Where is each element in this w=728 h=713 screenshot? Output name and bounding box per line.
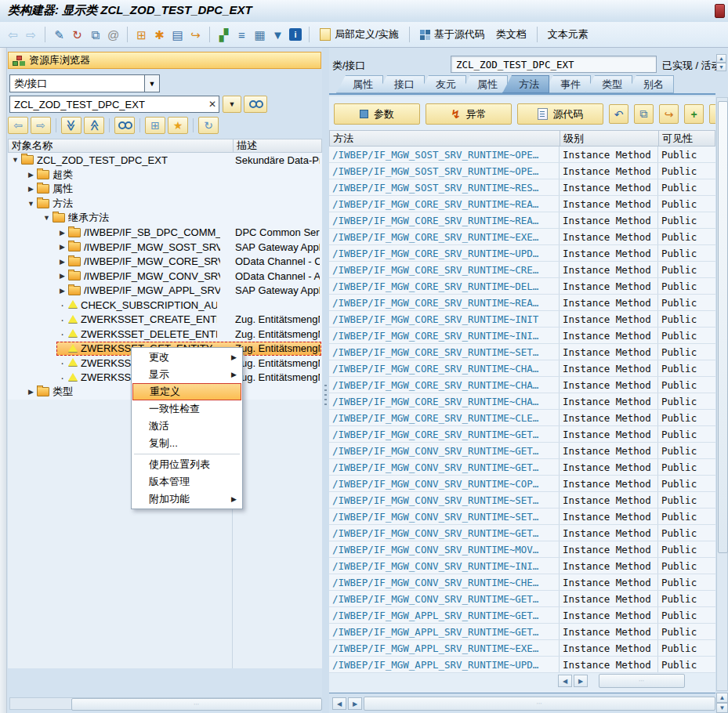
chevron-down-icon[interactable]: ▼ xyxy=(144,75,159,92)
menu-item-重定义[interactable]: 重定义 xyxy=(132,383,241,400)
table-row[interactable]: /IWBEP/IF_MGW_CONV_SRV_RUNTIME~GET…Insta… xyxy=(329,591,715,607)
category-select[interactable]: 类/接口 ▼ xyxy=(9,74,160,92)
move-row-button[interactable]: ↪ xyxy=(659,104,679,124)
table-row[interactable]: /IWBEP/IF_MGW_SOST_SRV_RUNTIME~OPE…Insta… xyxy=(329,147,715,163)
table-row[interactable]: /IWBEP/IF_MGW_CORE_SRV_RUNTIME~GET…Insta… xyxy=(329,426,715,443)
expand-icon[interactable]: ▶ xyxy=(57,258,67,266)
table-row[interactable]: /IWBEP/IF_MGW_CONV_SRV_RUNTIME~GET…Insta… xyxy=(329,525,715,541)
refresh-object-icon[interactable]: ↻ xyxy=(69,27,85,43)
delete-row-button[interactable]: − xyxy=(709,104,715,124)
menu-item-使用位置列表[interactable]: 使用位置列表 xyxy=(132,456,242,473)
panel-splitter[interactable] xyxy=(322,48,329,713)
copy-row-button[interactable]: ⧉ xyxy=(634,104,654,124)
pretty-printer-icon[interactable]: ▤ xyxy=(169,27,186,43)
menu-item-显示[interactable]: 显示▶ xyxy=(132,366,242,383)
tree-row[interactable]: ·CHECK_SUBSCRIPTION_AUTHORI xyxy=(8,298,322,313)
sort-icon[interactable]: ≡ xyxy=(234,27,250,43)
tab-友元-2[interactable]: 友元 xyxy=(419,75,466,93)
table-row[interactable]: /IWBEP/IF_MGW_CORE_SRV_RUNTIME~CLE…Insta… xyxy=(329,410,715,426)
table-row[interactable]: /IWBEP/IF_MGW_CONV_SRV_RUNTIME~INI…Insta… xyxy=(329,558,715,574)
tab-接口-1[interactable]: 接口 xyxy=(378,75,425,93)
display-change-icon[interactable]: ✎ xyxy=(51,27,67,43)
tree-row[interactable]: ▶/IWBEP/IF_MGW_CONV_SRV_RUNOData Channel… xyxy=(8,269,322,284)
history-forward-button[interactable]: ⇨ xyxy=(31,117,51,134)
left-horizontal-scrollbar[interactable]: ⋯ xyxy=(9,697,321,710)
table-row[interactable]: /IWBEP/IF_MGW_CONV_SRV_RUNTIME~COP…Insta… xyxy=(329,476,715,492)
parameters-button[interactable]: 参数 xyxy=(334,103,420,125)
tab-事件-5[interactable]: 事件 xyxy=(544,75,591,93)
tab-属性-3[interactable]: 属性 xyxy=(461,75,508,93)
tree-row[interactable]: ▼方法 xyxy=(8,197,322,212)
table-row[interactable]: /IWBEP/IF_MGW_CORE_SRV_RUNTIME~INI…Insta… xyxy=(329,328,715,344)
table-row[interactable]: /IWBEP/IF_MGW_APPL_SRV_RUNTIME~UPD…Insta… xyxy=(329,657,715,673)
local-definitions-button[interactable]: 局部定义/实施 xyxy=(320,27,399,42)
back-icon[interactable]: ⇦ xyxy=(5,27,21,43)
favorites-button[interactable]: ★ xyxy=(168,117,188,134)
tree-row[interactable]: ▼继承方法 xyxy=(8,211,322,226)
tab-属性-0[interactable]: 属性 xyxy=(336,75,383,93)
scrollbar-thumb[interactable]: ⋯ xyxy=(71,698,322,711)
table-row[interactable]: /IWBEP/IF_MGW_SOST_SRV_RUNTIME~RES…Insta… xyxy=(329,179,715,196)
spin-up-icon[interactable]: ▲ xyxy=(716,54,726,63)
source-code-button[interactable]: 源代码 xyxy=(517,103,603,125)
table-row[interactable]: /IWBEP/IF_MGW_APPL_SRV_RUNTIME~EXE…Insta… xyxy=(329,640,715,657)
filter-icon[interactable]: ▼ xyxy=(270,27,286,43)
session-icon[interactable]: @ xyxy=(105,27,121,43)
table-row[interactable]: /IWBEP/IF_MGW_CORE_SRV_RUNTIME~INITInsta… xyxy=(329,311,715,328)
table-row[interactable]: /IWBEP/IF_MGW_CONV_SRV_RUNTIME~GET…Insta… xyxy=(329,459,715,476)
scroll-left-icon[interactable]: ◀ xyxy=(332,697,346,710)
menu-item-附加功能[interactable]: 附加功能▶ xyxy=(132,490,242,508)
table-row[interactable]: /IWBEP/IF_MGW_CORE_SRV_RUNTIME~DEL…Insta… xyxy=(329,278,715,295)
expand-icon[interactable]: ▶ xyxy=(26,185,36,193)
tree-row[interactable]: ▶/IWBEP/IF_MGW_CORE_SRV_RUNOData Channel… xyxy=(8,255,322,270)
table-row[interactable]: /IWBEP/IF_MGW_CORE_SRV_RUNTIME~SET…Insta… xyxy=(329,344,715,360)
scroll-down-icon[interactable]: ▼ xyxy=(716,703,728,713)
tree-row[interactable]: ▶/IWBEP/IF_MGW_SOST_SRV_RUNSAP Gateway A… xyxy=(8,240,322,255)
class-doc-button[interactable]: 类文档 xyxy=(496,27,527,42)
class-name-field[interactable]: ZCL_ZOD_TEST_DPC_EXT xyxy=(451,56,657,73)
pattern-wand-icon[interactable]: ✱ xyxy=(151,27,168,43)
expand-icon[interactable]: ▶ xyxy=(26,171,36,179)
text-elements-button[interactable]: 文本元素 xyxy=(548,27,589,42)
table-row[interactable]: /IWBEP/IF_MGW_CONV_SRV_RUNTIME~CHE…Insta… xyxy=(329,574,715,591)
table-horizontal-scrollbar[interactable]: ◀ ▶ ⋯ xyxy=(558,674,715,688)
menu-item-一致性检查[interactable]: 一致性检查 xyxy=(132,400,242,418)
table-row[interactable]: /IWBEP/IF_MGW_CORE_SRV_RUNTIME~CHA…Insta… xyxy=(329,393,715,410)
insert-row-button[interactable]: + xyxy=(684,104,704,124)
tree-row[interactable]: ·ZWERKSSET_CREATE_ENTITYZug. Entitätsmen… xyxy=(8,313,322,328)
info-icon[interactable]: i xyxy=(289,28,302,41)
table-row[interactable]: /IWBEP/IF_MGW_SOST_SRV_RUNTIME~OPE…Insta… xyxy=(329,163,715,179)
table-row[interactable]: /IWBEP/IF_MGW_CORE_SRV_RUNTIME~CHA…Insta… xyxy=(329,360,715,377)
tab-类型-6[interactable]: 类型 xyxy=(585,75,632,93)
scroll-right-icon[interactable]: ▶ xyxy=(348,697,362,710)
collapse-icon[interactable]: ▼ xyxy=(26,200,36,208)
copy-object-icon[interactable]: ⧉ xyxy=(87,27,103,43)
table-row[interactable]: /IWBEP/IF_MGW_CONV_SRV_RUNTIME~SET…Insta… xyxy=(329,509,715,525)
expand-icon[interactable]: ▶ xyxy=(57,243,67,251)
menu-item-更改[interactable]: 更改▶ xyxy=(132,349,242,366)
tab-别名-7[interactable]: 别名 xyxy=(627,75,674,93)
exceptions-button[interactable]: ↯ 异常 xyxy=(426,103,512,125)
scrollbar-thumb[interactable]: ⋯ xyxy=(364,697,715,711)
forward-icon[interactable]: ⇨ xyxy=(23,27,39,43)
scrollbar-thumb[interactable] xyxy=(718,101,728,553)
table-row[interactable]: /IWBEP/IF_MGW_CONV_SRV_RUNTIME~MOV…Insta… xyxy=(329,541,715,558)
scroll-up-icon[interactable]: ▲ xyxy=(716,693,728,703)
add-node-button[interactable]: ⊞ xyxy=(145,117,165,134)
insert-node-icon[interactable]: ⊞ xyxy=(133,27,150,43)
page-down-button[interactable]: ≫ xyxy=(61,117,81,134)
table-row[interactable]: /IWBEP/IF_MGW_CORE_SRV_RUNTIME~REA…Insta… xyxy=(329,212,715,229)
table-row[interactable]: /IWBEP/IF_MGW_APPL_SRV_RUNTIME~GET…Insta… xyxy=(329,624,715,640)
expand-icon[interactable]: ▶ xyxy=(26,388,36,396)
table-row[interactable]: /IWBEP/IF_MGW_APPL_SRV_RUNTIME~GET…Insta… xyxy=(329,607,715,624)
table-row[interactable]: /IWBEP/IF_MGW_CORE_SRV_RUNTIME~CRE…Insta… xyxy=(329,262,715,278)
object-list-icon[interactable]: ▞ xyxy=(216,27,232,43)
table-row[interactable]: /IWBEP/IF_MGW_CONV_SRV_RUNTIME~SET…Insta… xyxy=(329,492,715,509)
expand-icon[interactable]: ▶ xyxy=(57,272,67,280)
collapse-icon[interactable]: ▼ xyxy=(42,214,52,222)
tree-row[interactable]: ▶超类 xyxy=(8,168,322,183)
input-dropdown-button[interactable]: ▼ xyxy=(223,96,241,113)
tree-row[interactable]: ▼ZCL_ZOD_TEST_DPC_EXTSekundäre Data-Prov xyxy=(8,153,322,168)
page-up-button[interactable]: ≫ xyxy=(84,117,104,134)
display-object-button[interactable] xyxy=(244,96,267,113)
